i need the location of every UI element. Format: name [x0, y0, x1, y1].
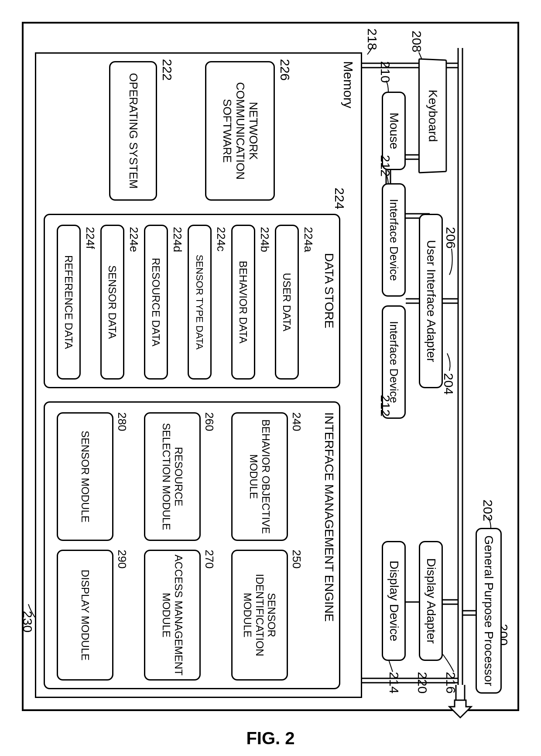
net-sw-label: NETWORK COMMUNICATION SOFTWARE: [220, 66, 260, 196]
keyboard-ref: 208: [409, 31, 424, 52]
interface-device-b-ref: 212: [378, 395, 393, 417]
ds-item-2-label: SENSOR TYPE DATA: [194, 255, 205, 350]
mod-2-ref: 260: [202, 412, 216, 431]
ds-item-1-label: BEHAVIOR DATA: [237, 261, 250, 343]
os-label: OPERATING SYSTEM: [127, 73, 140, 188]
ds-item-5: REFERENCE DATA: [57, 225, 81, 380]
os-ref: 222: [160, 59, 175, 81]
processor-ref: 202: [480, 499, 495, 521]
display-device-ref: 214: [387, 672, 401, 694]
ds-item-5-label: REFERENCE DATA: [63, 255, 75, 349]
display-device-block: Display Device: [382, 541, 406, 661]
ds-item-3-label: RESOURCE DATA: [150, 258, 162, 346]
ds-item-1: BEHAVIOR DATA: [231, 225, 255, 380]
ds-item-0: USER DATA: [275, 225, 299, 380]
os-block: OPERATING SYSTEM: [109, 61, 157, 201]
keyboard-label: Keyboard: [426, 89, 440, 142]
engine-title: INTERFACE MANAGEMENT ENGINE: [322, 412, 336, 683]
mod-3-label: ACCESS MANAGEMENT MODULE: [160, 554, 184, 676]
ui-adapter-block: User Interface Adapter: [419, 214, 443, 388]
data-store-ref: 224: [332, 188, 347, 209]
ds-item-3-ref: 224d: [171, 227, 184, 252]
ds-item-0-ref: 224a: [301, 227, 315, 252]
ds-item-4-ref: 224e: [127, 227, 140, 252]
interface-device-b-label: Interface Device: [387, 321, 401, 403]
mod-0-ref: 240: [290, 412, 303, 431]
ds-item-4-label: SENSOR DATA: [106, 265, 119, 339]
mod-3: ACCESS MANAGEMENT MODULE: [144, 550, 201, 681]
memory-label: Memory: [341, 61, 356, 108]
mouse-label: Mouse: [387, 113, 401, 149]
figure-label: FIG. 2: [246, 729, 294, 748]
ui-adapter-label: User Interface Adapter: [424, 240, 438, 362]
engine-ref: 230: [20, 611, 35, 633]
mod-5: DISPLAY MODULE: [57, 550, 113, 681]
interface-device-a-ref: 212: [378, 155, 393, 177]
processor-label: General Purpose Processor: [482, 535, 496, 686]
processor-block: General Purpose Processor: [476, 528, 502, 694]
mod-3-ref: 270: [202, 550, 216, 568]
mod-4: SENSOR MODULE: [57, 412, 113, 541]
ds-item-5-ref: 224f: [83, 227, 97, 249]
ui-adapter-line-ref: 206: [443, 227, 458, 249]
ds-item-1-ref: 224b: [258, 227, 271, 252]
mod-2: RESOURCE SELECTION MODULE: [144, 412, 201, 541]
memory-ref: 218: [365, 28, 380, 50]
mod-1-ref: 250: [290, 550, 303, 568]
display-adapter-ref: 216: [443, 672, 458, 694]
mod-0-label: BEHAVIOR OBJECTIVE MODULE: [247, 417, 271, 536]
mod-4-ref: 280: [115, 412, 129, 431]
mod-4-label: SENSOR MODULE: [79, 431, 91, 523]
ds-item-2: SENSOR TYPE DATA: [188, 225, 212, 380]
keyboard-block: Keyboard: [418, 58, 447, 173]
ui-adapter-ref: 204: [441, 373, 456, 395]
ds-item-2-ref: 224c: [214, 227, 228, 251]
display-adapter-block: Display Adapter: [419, 541, 443, 661]
ds-item-4: SENSOR DATA: [100, 225, 124, 380]
mod-2-label: RESOURCE SELECTION MODULE: [160, 417, 184, 536]
display-device-label: Display Device: [387, 561, 401, 641]
mouse-ref: 210: [378, 61, 393, 83]
mod-0: BEHAVIOR OBJECTIVE MODULE: [231, 412, 288, 541]
data-store-title: DATA STORE: [322, 253, 336, 328]
interface-device-a-block: Interface Device: [382, 183, 406, 297]
mod-1-label: SENSOR IDENTIFICATION MODULE: [242, 554, 278, 676]
mod-5-label: DISPLAY MODULE: [79, 570, 91, 661]
display-link-ref: 220: [415, 672, 430, 694]
interface-device-a-label: Interface Device: [387, 199, 401, 281]
mod-1: SENSOR IDENTIFICATION MODULE: [231, 550, 288, 681]
ds-item-3: RESOURCE DATA: [144, 225, 168, 380]
ds-item-0-label: USER DATA: [281, 273, 293, 332]
display-adapter-label: Display Adapter: [424, 558, 438, 643]
mod-5-ref: 290: [115, 550, 129, 568]
net-sw-ref: 226: [277, 59, 292, 81]
net-sw-block: NETWORK COMMUNICATION SOFTWARE: [205, 61, 275, 201]
